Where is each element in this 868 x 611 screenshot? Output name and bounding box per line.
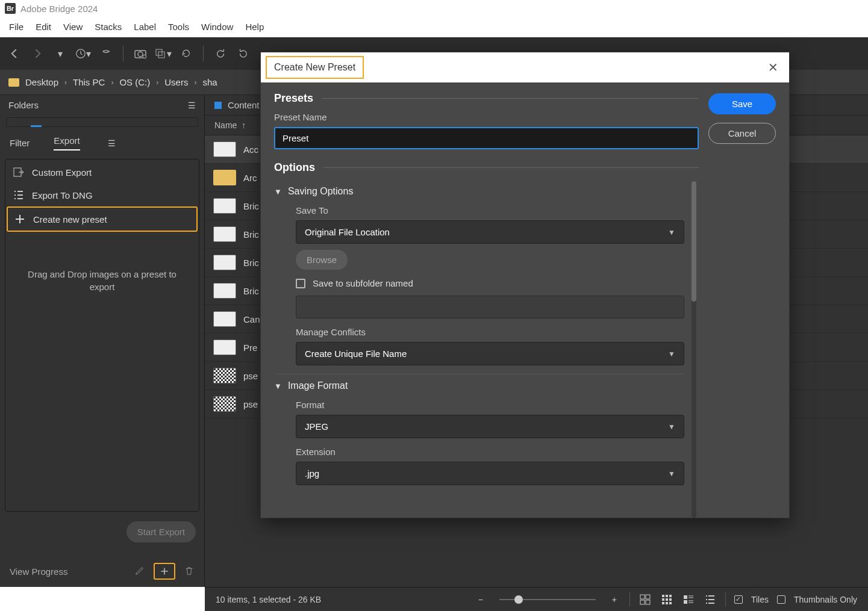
view-grid-large-icon[interactable] <box>639 593 652 606</box>
tab-export[interactable]: Export <box>54 135 80 150</box>
menu-window[interactable]: Window <box>196 19 239 34</box>
rotate-ccw-icon[interactable] <box>212 45 229 62</box>
menubar: File Edit View Stacks Label Tools Window… <box>0 17 868 37</box>
menu-tools[interactable]: Tools <box>163 19 195 34</box>
subfolder-name-input[interactable] <box>296 296 684 318</box>
export-item-custom[interactable]: Custom Export <box>7 161 198 184</box>
batch-icon[interactable]: ▾ <box>155 45 172 62</box>
menu-file[interactable]: File <box>4 19 29 34</box>
saving-options-header[interactable]: ▼ Saving Options <box>274 186 684 197</box>
nav-dropdown-icon[interactable]: ▾ <box>52 45 69 62</box>
dialog-titlebar: Create New Preset ✕ <box>261 52 789 82</box>
export-item-label: Create new preset <box>33 214 107 225</box>
file-name: Bric <box>243 201 259 211</box>
export-item-dng[interactable]: Export To DNG <box>7 184 198 206</box>
delete-preset-icon[interactable] <box>184 565 195 578</box>
menu-stacks[interactable]: Stacks <box>89 19 127 34</box>
panel-menu-icon[interactable]: ☰ <box>188 101 196 110</box>
chevron-down-icon: ▼ <box>668 423 675 431</box>
history-icon[interactable]: ▾ <box>75 45 92 62</box>
scrollbar-thumb[interactable] <box>692 181 696 302</box>
tiles-checkbox[interactable] <box>734 595 743 604</box>
view-details-icon[interactable] <box>682 593 695 606</box>
subfolder-checkbox[interactable] <box>296 279 305 288</box>
get-photos-icon[interactable] <box>132 45 149 62</box>
image-format-header[interactable]: ▼ Image Format <box>274 380 684 391</box>
extension-label: Extension <box>296 447 684 457</box>
subfolder-label: Save to subfolder named <box>313 278 413 288</box>
sort-asc-icon: ↑ <box>242 120 246 130</box>
plus-icon <box>14 213 26 225</box>
thumbnails-label: Thumbnails Only <box>794 595 857 604</box>
file-name: pse <box>243 399 258 409</box>
rotate-cw-icon[interactable] <box>235 45 252 62</box>
view-list-icon[interactable] <box>704 593 717 606</box>
status-bar: 10 items, 1 selected - 26 KB − + Tiles T… <box>205 587 868 611</box>
breadcrumb-item[interactable]: OS (C:) <box>119 77 150 87</box>
view-progress-link[interactable]: View Progress <box>10 566 67 577</box>
options-scrollbar[interactable] <box>692 181 696 518</box>
tab-filter[interactable]: Filter <box>10 138 30 148</box>
dialog-title: Create New Preset <box>266 56 364 79</box>
thumbnails-checkbox[interactable] <box>777 595 785 604</box>
view-grid-small-icon[interactable] <box>660 593 673 606</box>
chevron-down-icon: ▼ <box>668 470 675 478</box>
image-format-label: Image Format <box>288 380 348 391</box>
folder-icon <box>8 78 19 87</box>
save-to-select[interactable]: Original File Location ▼ <box>296 220 684 244</box>
save-to-value: Original File Location <box>305 227 390 237</box>
nav-back-icon[interactable] <box>6 45 23 62</box>
zoom-slider[interactable] <box>499 599 596 600</box>
close-icon[interactable]: ✕ <box>762 58 784 77</box>
svg-rect-13 <box>669 595 672 597</box>
menu-label[interactable]: Label <box>128 19 161 34</box>
list-icon <box>13 189 25 201</box>
chevron-down-icon: ▼ <box>274 382 282 391</box>
cancel-button[interactable]: Cancel <box>708 123 776 144</box>
breadcrumb-item[interactable]: Desktop <box>25 77 58 87</box>
breadcrumb-item[interactable]: Users <box>164 77 188 87</box>
create-new-preset[interactable]: Create new preset <box>7 206 198 232</box>
chevron-right-icon: › <box>194 78 196 87</box>
file-thumbnail-icon <box>213 170 236 185</box>
chevron-down-icon: ▼ <box>274 187 282 196</box>
edit-preset-icon[interactable] <box>134 565 145 578</box>
divider <box>629 592 630 607</box>
extension-select[interactable]: .jpg ▼ <box>296 462 684 485</box>
svg-rect-12 <box>666 595 668 597</box>
conflicts-select[interactable]: Create Unique File Name ▼ <box>296 342 684 365</box>
zoom-out-icon[interactable]: − <box>474 593 487 606</box>
breadcrumb-item[interactable]: This PC <box>73 77 105 87</box>
preset-name-label: Preset Name <box>274 112 699 122</box>
start-export-button[interactable]: Start Export <box>126 521 196 542</box>
file-thumbnail-icon <box>213 255 236 270</box>
format-select[interactable]: JPEG ▼ <box>296 415 684 438</box>
file-thumbnail-icon <box>213 311 236 327</box>
nav-forward-icon[interactable] <box>29 45 46 62</box>
file-thumbnail-icon <box>213 368 236 383</box>
svg-rect-15 <box>666 598 668 601</box>
divider <box>725 592 726 607</box>
panel-menu-icon[interactable]: ☰ <box>108 138 116 148</box>
column-name-label: Name <box>214 120 237 130</box>
menu-edit[interactable]: Edit <box>30 19 57 34</box>
svg-rect-11 <box>662 595 664 597</box>
drop-hint: Drag and Drop images on a preset to expo… <box>7 232 198 293</box>
zoom-handle-icon[interactable] <box>514 595 523 604</box>
browse-button[interactable]: Browse <box>296 250 348 270</box>
zoom-in-icon[interactable]: + <box>608 593 621 606</box>
app-icon: Br <box>5 3 16 14</box>
save-button[interactable]: Save <box>708 93 776 114</box>
boomerang-icon[interactable] <box>98 45 114 62</box>
folders-panel-header[interactable]: Folders ☰ <box>0 95 204 115</box>
menu-view[interactable]: View <box>58 19 88 34</box>
refresh-icon[interactable] <box>178 45 195 62</box>
menu-help[interactable]: Help <box>240 19 269 34</box>
add-preset-button[interactable] <box>154 563 175 580</box>
breadcrumb-item[interactable]: sha <box>202 77 217 87</box>
svg-rect-19 <box>669 602 672 604</box>
svg-point-3 <box>143 55 146 58</box>
folders-scroll-indicator <box>6 117 198 127</box>
preset-name-input[interactable] <box>274 127 699 149</box>
options-section-header: Options <box>274 161 699 174</box>
